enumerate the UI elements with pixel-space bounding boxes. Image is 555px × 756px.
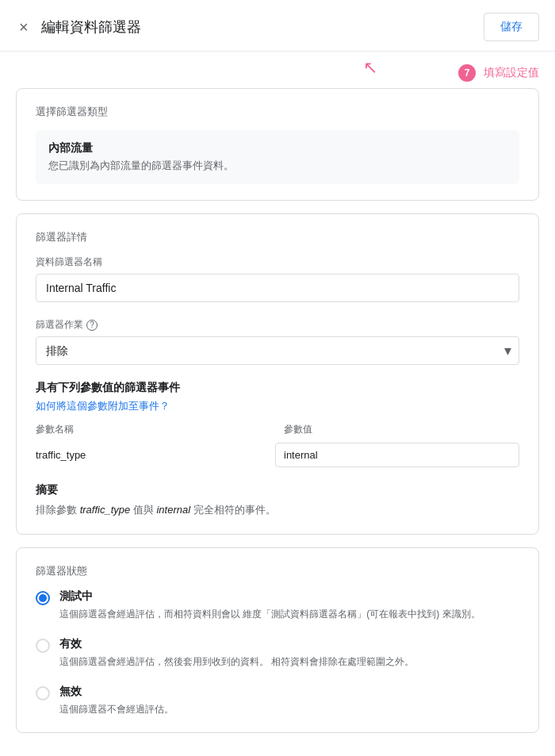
params-row: traffic_type — [36, 443, 519, 467]
type-section-title: 選擇篩選器類型 — [36, 105, 519, 119]
status-inactive-desc: 這個篩選器不會經過評估。 — [59, 702, 174, 716]
events-title: 具有下列參數值的篩選器事件 — [36, 381, 519, 395]
filter-operation-group: 篩選器作業 ? 排除 包含 ▾ — [36, 318, 519, 365]
radio-active[interactable] — [36, 639, 50, 653]
status-option-testing[interactable]: 測試中 這個篩選器會經過評估，而相符資料則會以 維度「測試資料篩選器名稱」(可在… — [36, 589, 519, 621]
modal-container: × 編輯資料篩選器 儲存 ↙ 7 填寫設定值 選擇篩選器類型 內部流量 您已識別… — [0, 0, 555, 756]
callout-text: 填寫設定值 — [484, 66, 539, 80]
filter-name-label: 資料篩選器名稱 — [36, 255, 519, 269]
params-header: 參數名稱 參數值 — [36, 423, 519, 436]
status-inactive-label: 無效 — [59, 685, 174, 699]
details-section-title: 篩選器詳情 — [36, 230, 519, 244]
summary-title: 摘要 — [36, 483, 519, 497]
param-value-input[interactable] — [275, 443, 519, 467]
callout-number: 7 — [458, 64, 476, 82]
status-active-label: 有效 — [59, 637, 414, 651]
radio-inner-testing — [39, 594, 47, 602]
radio-inactive[interactable] — [36, 686, 50, 700]
internal-traffic-option[interactable]: 內部流量 您已識別為內部流量的篩選器事件資料。 — [36, 130, 519, 184]
status-section-title: 篩選器狀態 — [36, 564, 519, 578]
summary-section: 摘要 排除參數 traffic_type 值與 internal 完全相符的事件… — [36, 483, 519, 518]
params-name-header: 參數名稱 — [36, 423, 271, 436]
operation-select-wrapper: 排除 包含 ▾ — [36, 336, 519, 365]
events-section: 具有下列參數值的篩選器事件 如何將這個參數附加至事件？ 參數名稱 參數值 tra… — [36, 381, 519, 467]
save-button[interactable]: 儲存 — [484, 13, 539, 41]
params-value-header: 參數值 — [284, 423, 519, 436]
summary-text: 排除參數 traffic_type 值與 internal 完全相符的事件。 — [36, 502, 519, 518]
modal-title: 編輯資料篩選器 — [41, 17, 141, 36]
status-testing-content: 測試中 這個篩選器會經過評估，而相符資料則會以 維度「測試資料篩選器名稱」(可在… — [59, 589, 480, 621]
modal-content: ↙ 7 填寫設定值 選擇篩選器類型 內部流量 您已識別為內部流量的篩選器事件資料… — [0, 52, 555, 756]
filter-details-card: 篩選器詳情 資料篩選器名稱 篩選器作業 ? 排除 包含 ▾ — [16, 213, 539, 535]
type-selection-card: 選擇篩選器類型 內部流量 您已識別為內部流量的篩選器事件資料。 — [16, 88, 539, 201]
close-button[interactable]: × — [16, 17, 32, 36]
status-active-content: 有效 這個篩選器會經過評估，然後套用到收到的資料。 相符資料會排除在處理範圍之外… — [59, 637, 414, 669]
header-left: × 編輯資料篩選器 — [16, 17, 141, 36]
radio-testing[interactable] — [36, 591, 50, 605]
status-testing-label: 測試中 — [59, 589, 480, 604]
filter-operation-label: 篩選器作業 ? — [36, 318, 519, 332]
filter-status-card: 篩選器狀態 測試中 這個篩選器會經過評估，而相符資料則會以 維度「測試資料篩選器… — [16, 547, 539, 733]
status-option-active[interactable]: 有效 這個篩選器會經過評估，然後套用到收到的資料。 相符資料會排除在處理範圍之外… — [36, 637, 519, 669]
param-key: traffic_type — [36, 444, 262, 466]
callout-area: ↙ 7 填寫設定值 — [16, 64, 539, 82]
modal-header: × 編輯資料篩選器 儲存 — [0, 0, 555, 52]
params-table: 參數名稱 參數值 traffic_type — [36, 423, 519, 467]
status-option-inactive[interactable]: 無效 這個篩選器不會經過評估。 — [36, 685, 519, 716]
type-option-title: 內部流量 — [48, 141, 507, 155]
status-inactive-content: 無效 這個篩選器不會經過評估。 — [59, 685, 174, 716]
status-active-desc: 這個篩選器會經過評估，然後套用到收到的資料。 相符資料會排除在處理範圍之外。 — [59, 654, 414, 669]
filter-name-group: 資料篩選器名稱 — [36, 255, 519, 302]
filter-name-input[interactable] — [36, 274, 519, 302]
operation-select[interactable]: 排除 包含 — [36, 336, 519, 365]
operation-info-icon[interactable]: ? — [86, 320, 98, 331]
status-testing-desc: 這個篩選器會經過評估，而相符資料則會以 維度「測試資料篩選器名稱」(可在報表中找… — [59, 607, 480, 621]
events-help-link[interactable]: 如何將這個參數附加至事件？ — [36, 399, 170, 413]
type-option-desc: 您已識別為內部流量的篩選器事件資料。 — [48, 159, 507, 173]
